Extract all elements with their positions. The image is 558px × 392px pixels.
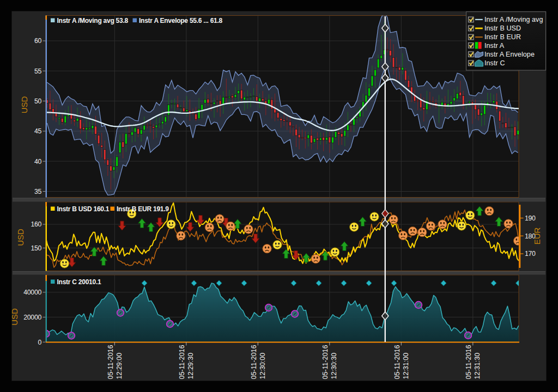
svg-text:Instr A Envelope: Instr A Envelope: [484, 51, 535, 58]
svg-text:05-11-2016: 05-11-2016: [178, 345, 186, 379]
svg-text:Instr B USD 160.1: Instr B USD 160.1: [57, 205, 110, 213]
svg-text:12:29:30: 12:29:30: [187, 353, 195, 379]
svg-text:Instr A /Moving avg: Instr A /Moving avg: [484, 16, 543, 23]
svg-text:50: 50: [34, 97, 42, 105]
svg-text:05-11-2016: 05-11-2016: [393, 345, 401, 379]
svg-text:Instr C 20010.1: Instr C 20010.1: [57, 278, 102, 286]
svg-text:Instr C: Instr C: [484, 59, 505, 67]
svg-text:EUR: EUR: [532, 227, 542, 244]
svg-text:40000: 40000: [23, 289, 41, 296]
svg-text:USD: USD: [16, 229, 25, 246]
svg-text:Instr B USD: Instr B USD: [484, 24, 521, 32]
svg-text:12:29:00: 12:29:00: [116, 353, 123, 379]
svg-text:160: 160: [31, 220, 41, 228]
svg-text:170: 170: [525, 250, 536, 258]
svg-text:150: 150: [31, 244, 41, 252]
svg-text:45: 45: [34, 127, 42, 135]
svg-text:USD: USD: [20, 96, 29, 113]
svg-text:12:30:00: 12:30:00: [259, 353, 266, 379]
svg-text:05-11-2016: 05-11-2016: [465, 345, 472, 379]
svg-text:190: 190: [525, 215, 536, 222]
svg-text:0: 0: [38, 339, 41, 346]
svg-text:35: 35: [34, 188, 42, 195]
svg-text:05-11-2016: 05-11-2016: [322, 345, 329, 379]
svg-text:40: 40: [34, 158, 42, 166]
svg-text:Instr A: Instr A: [484, 42, 505, 50]
svg-text:20000: 20000: [23, 314, 41, 321]
svg-text:12:31:00: 12:31:00: [402, 353, 410, 379]
svg-text:USD: USD: [10, 308, 19, 326]
svg-text:12:31:30: 12:31:30: [474, 353, 481, 379]
svg-text:05-11-2016: 05-11-2016: [250, 345, 258, 379]
svg-text:Instr A /Moving avg 53.8: Instr A /Moving avg 53.8: [57, 17, 129, 24]
svg-text:Instr B EUR 191.9: Instr B EUR 191.9: [117, 205, 169, 213]
svg-text:Instr A Envelope 55.6 ... 61.8: Instr A Envelope 55.6 ... 61.8: [139, 17, 223, 24]
svg-text:60: 60: [34, 37, 42, 45]
svg-text:55: 55: [34, 68, 42, 75]
svg-text:12:30:30: 12:30:30: [330, 353, 338, 379]
svg-text:Instr B EUR: Instr B EUR: [484, 33, 521, 41]
svg-text:05-11-2016: 05-11-2016: [107, 345, 114, 379]
